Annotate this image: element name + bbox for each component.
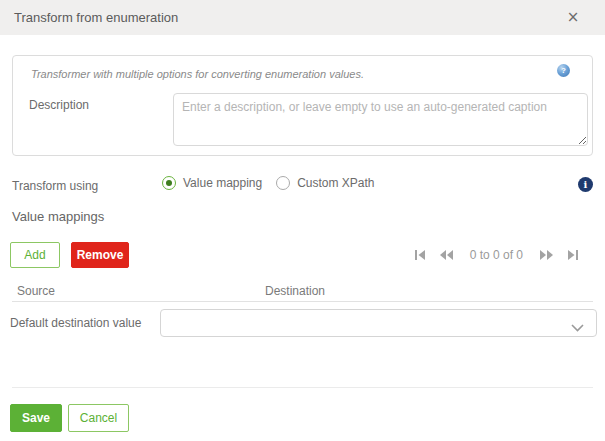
- radio-value-mapping[interactable]: Value mapping: [162, 176, 262, 190]
- add-button[interactable]: Add: [10, 242, 60, 268]
- remove-button[interactable]: Remove: [71, 242, 129, 268]
- radio-unselected-icon[interactable]: [276, 176, 290, 190]
- transform-using-label: Transform using: [12, 179, 98, 193]
- cancel-button[interactable]: Cancel: [68, 404, 129, 432]
- value-mappings-heading: Value mappings: [12, 209, 104, 224]
- footer-divider: [12, 387, 593, 388]
- close-icon[interactable]: ×: [563, 7, 583, 27]
- pagination: 0 to 0 of 0: [415, 248, 578, 262]
- transformer-hint-text: Transformer with multiple options for co…: [31, 68, 364, 80]
- radio-custom-xpath[interactable]: Custom XPath: [276, 176, 374, 190]
- table-header-divider: [12, 301, 593, 302]
- info-icon[interactable]: i: [578, 177, 593, 192]
- radio-custom-xpath-label: Custom XPath: [297, 176, 374, 190]
- default-destination-row-label: Default destination value: [10, 316, 141, 330]
- description-label: Description: [29, 98, 89, 112]
- next-page-icon[interactable]: [540, 250, 553, 260]
- column-header-destination: Destination: [265, 284, 325, 298]
- transform-using-radio-group: Value mapping Custom XPath: [162, 176, 375, 190]
- column-header-source: Source: [17, 284, 55, 298]
- description-input[interactable]: [173, 93, 588, 146]
- dialog-titlebar: Transform from enumeration: [0, 0, 605, 35]
- last-page-icon[interactable]: [567, 250, 578, 260]
- save-button[interactable]: Save: [10, 404, 62, 432]
- first-page-icon[interactable]: [415, 250, 426, 260]
- transform-from-enumeration-dialog: Transform from enumeration × Transformer…: [0, 0, 605, 441]
- destination-value-dropdown[interactable]: [160, 309, 597, 337]
- pagination-range-text: 0 to 0 of 0: [467, 248, 526, 262]
- radio-selected-icon[interactable]: [162, 176, 176, 190]
- radio-value-mapping-label: Value mapping: [183, 176, 262, 190]
- previous-page-icon[interactable]: [440, 250, 453, 260]
- chevron-down-icon: [571, 318, 584, 336]
- description-panel: Transformer with multiple options for co…: [12, 55, 593, 156]
- help-icon[interactable]: ?: [557, 64, 570, 77]
- dialog-title: Transform from enumeration: [14, 10, 178, 25]
